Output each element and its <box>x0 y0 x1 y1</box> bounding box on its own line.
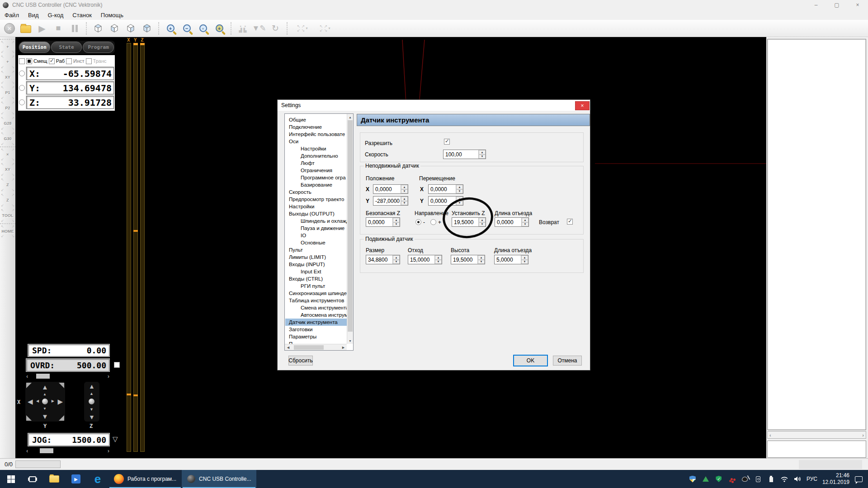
language-indicator[interactable]: РУС <box>807 476 817 482</box>
safe-z-spinner[interactable]: 0,0000 ▲▼ <box>366 217 400 227</box>
position-x-spinner[interactable]: 0,0000 ▲▼ <box>373 184 408 194</box>
settings-tree-item[interactable]: Автосмена инструм <box>285 311 347 319</box>
spin-down-icon[interactable]: ▼ <box>478 260 485 264</box>
move-x-spinner[interactable]: 0,0000 ▲▼ <box>428 184 463 194</box>
tree-vscrollbar[interactable]: ▲ ▼ <box>347 114 353 344</box>
view-iso-4-button[interactable] <box>140 22 154 35</box>
spin-down-icon[interactable]: ▼ <box>393 222 400 227</box>
start-button[interactable]: ▶ <box>35 22 49 35</box>
action-center-icon[interactable] <box>854 475 863 483</box>
slider-right-icon[interactable]: › <box>108 447 109 454</box>
gcode-list-panel[interactable] <box>767 39 866 430</box>
regenerate-button[interactable]: ↻ <box>269 22 282 35</box>
pause-button[interactable] <box>68 22 81 35</box>
sidebar-icon-button[interactable]: ↖↗ + ↙↘ <box>0 39 15 54</box>
view-iso-2-button[interactable] <box>108 22 121 35</box>
cnc-taskbar-button[interactable]: CNC USB Controlle... <box>182 470 256 488</box>
settings-tree-item[interactable]: Настройки <box>285 203 347 210</box>
axis-x-radio[interactable] <box>19 70 25 76</box>
slider-thumb[interactable] <box>36 374 50 379</box>
spin-up-icon[interactable]: ▲ <box>479 218 486 222</box>
jog-z-plus-icon[interactable]: ▲ <box>89 383 95 389</box>
task-view-button[interactable] <box>22 470 43 488</box>
settings-tree-item[interactable]: Интерфейс пользовате <box>285 131 347 138</box>
jog-diagonal-icon[interactable] <box>59 383 64 388</box>
settings-tree-item[interactable]: Смена инструмента <box>285 304 347 311</box>
spin-buttons[interactable]: ▲▼ <box>521 218 528 226</box>
jog-z-minus-icon[interactable]: ▼ <box>89 414 95 420</box>
jog-step-icon[interactable]: ◀ <box>36 399 39 403</box>
jog-y-plus-icon[interactable]: ▲ <box>42 384 48 390</box>
spin-buttons[interactable]: ▲▼ <box>401 185 408 193</box>
spin-up-icon[interactable]: ▲ <box>393 218 400 222</box>
spin-buttons[interactable]: ▲▼ <box>392 255 400 264</box>
jog-step-icon[interactable]: ▲ <box>43 393 47 396</box>
settings-tree-item[interactable]: IO <box>285 232 347 239</box>
menu-item[interactable]: Помощь <box>96 12 128 19</box>
offset-spinner[interactable]: 15,0000 ▲▼ <box>408 255 442 264</box>
settings-tree-item[interactable]: Пауза и движение <box>285 225 347 232</box>
satellite-icon[interactable] <box>741 475 749 483</box>
jog-pad-xy[interactable]: ▲ ▼ ◀ ▶ ▲ ▼ ◀ ▶ <box>25 382 65 422</box>
dialog-close-icon[interactable]: × <box>575 101 590 110</box>
menu-item[interactable]: Вид <box>24 12 43 19</box>
minimize-icon[interactable]: – <box>806 0 826 10</box>
spin-down-icon[interactable]: ▼ <box>456 189 463 194</box>
movable-retract-spinner[interactable]: 5,0000 ▲▼ <box>494 255 528 264</box>
spin-buttons[interactable]: ▲▼ <box>478 150 486 159</box>
settings-tree-item[interactable]: Шпиндель и охлажд <box>285 217 347 225</box>
jog-center-ball[interactable] <box>89 399 94 404</box>
scroll-left-icon[interactable]: ◄ <box>286 345 290 350</box>
jog-x-minus-icon[interactable]: ◀ <box>28 398 33 405</box>
override-checkbox[interactable] <box>114 362 120 368</box>
settings-tree-item[interactable]: Общие <box>285 116 347 123</box>
sidebar-icon-button[interactable]: ↖↗ Z ↙↘ <box>0 177 15 192</box>
ok-button[interactable]: OK <box>513 355 548 366</box>
usb-icon[interactable] <box>767 475 775 483</box>
tree-hscrollbar[interactable]: ◄ ► <box>285 344 347 350</box>
zoom-window-button[interactable]: ▫ <box>196 22 210 35</box>
scroll-right-icon[interactable]: ► <box>341 345 345 350</box>
settings-tree-item[interactable]: Датчик инструмента <box>285 319 347 326</box>
settings-tree-item[interactable]: Дополнительно <box>285 152 347 160</box>
jog-y-minus-icon[interactable]: ▼ <box>42 413 48 420</box>
movies-tv-button[interactable]: ▶ <box>65 470 87 488</box>
checkbox-work[interactable] <box>49 58 55 64</box>
volume-icon[interactable] <box>793 475 802 483</box>
move-y-spinner[interactable]: 0,0000 ▲▼ <box>428 196 463 206</box>
checkbox-offset[interactable] <box>26 58 32 64</box>
reset-button[interactable]: Сбросить <box>288 356 313 366</box>
spin-down-icon[interactable]: ▼ <box>401 201 408 206</box>
axis-z-radio[interactable] <box>19 99 25 105</box>
spin-down-icon[interactable]: ▼ <box>522 222 528 227</box>
settings-tree-item[interactable]: Основные <box>285 239 347 246</box>
spin-buttons[interactable]: ▲▼ <box>401 197 408 205</box>
sidebar-icon-button[interactable]: ↖↗ G28 ↙↘ <box>0 116 15 131</box>
stop-reset-button[interactable]: × <box>3 22 16 35</box>
slider-left-icon[interactable]: ‹ <box>26 447 28 454</box>
spin-down-icon[interactable]: ▼ <box>435 260 442 264</box>
jog-diagonal-icon[interactable] <box>26 383 32 388</box>
settings-tree-item[interactable]: Параметры <box>285 333 347 340</box>
settings-tree-item[interactable]: Лимиты (LIMIT) <box>285 253 347 261</box>
size-spinner[interactable]: 34,8800 ▲▼ <box>366 255 400 264</box>
spin-down-icon[interactable]: ▼ <box>521 260 528 264</box>
sidebar-icon-button[interactable]: ↖↗ TOOL ↙↘ <box>0 208 15 223</box>
set-z-spinner[interactable]: 19,5000 ▲▼ <box>452 217 486 227</box>
jog-pad-z[interactable]: ▲ ▲ ▼ ▼ <box>84 382 99 422</box>
spin-down-icon[interactable]: ▼ <box>456 201 463 206</box>
network-app-icon[interactable] <box>728 475 736 483</box>
spin-down-icon[interactable]: ▼ <box>393 260 400 264</box>
scroll-up-icon[interactable]: ▲ <box>347 114 353 120</box>
sidebar-icon-button[interactable]: ↖↗ P1 ↙↘ <box>0 85 15 100</box>
settings-tree-item[interactable]: Оси <box>285 138 347 145</box>
edge-button[interactable]: e <box>87 470 108 488</box>
sidebar-icon-button[interactable]: ↖↗ HOME ↙↘ <box>0 223 15 239</box>
spin-buttons[interactable]: ▲▼ <box>434 255 442 264</box>
settings-tree-item[interactable]: Люфт <box>285 160 347 167</box>
sidebar-icon-button[interactable]: ↖↗ XY ↙↘ <box>0 162 15 177</box>
zoom-out-button[interactable]: − <box>180 22 193 35</box>
slider-thumb[interactable] <box>40 448 53 453</box>
vscroll-thumb[interactable] <box>348 120 353 332</box>
settings-tree-item[interactable]: Входы (INPUT) <box>285 261 347 268</box>
